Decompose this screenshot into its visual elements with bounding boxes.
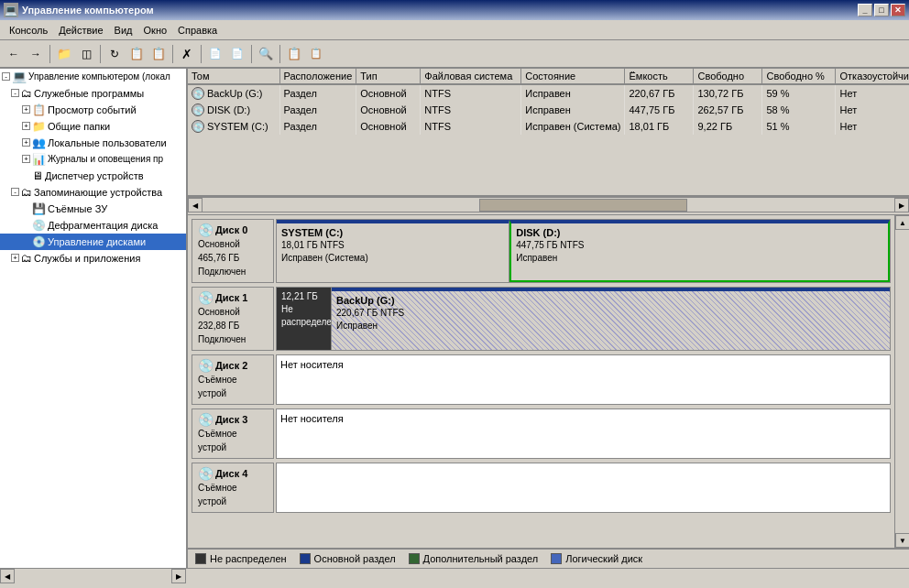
row2-type: Основной bbox=[356, 118, 421, 135]
import-button[interactable]: 📄 bbox=[227, 44, 247, 64]
row0-location: Раздел bbox=[279, 84, 356, 102]
partition-unalloc-1[interactable]: 12,21 ГБ Не распределен bbox=[277, 288, 332, 350]
disk-4-type: Съёмное устрой bbox=[198, 481, 268, 508]
paste-button[interactable]: 📋 bbox=[148, 44, 169, 64]
col-location[interactable]: Расположение bbox=[279, 69, 356, 84]
disk-info-4: 💿 Диск 4 Съёмное устрой bbox=[192, 463, 274, 513]
tree-logs-label: Журналы и оповещения пр bbox=[48, 152, 163, 167]
disk-row-1: 💿 Диск 1 Основной 232,88 ГБ Подключен 12… bbox=[192, 287, 891, 351]
row1-status: Исправен bbox=[521, 102, 625, 118]
legend-logical-label: Логический диск bbox=[565, 553, 642, 564]
copy-button[interactable]: 📋 bbox=[126, 44, 147, 64]
col-capacity[interactable]: Ёмкость bbox=[625, 69, 694, 84]
export-button[interactable]: 📄 bbox=[205, 44, 225, 64]
menu-window[interactable]: Окно bbox=[138, 23, 173, 38]
tree-item-defrag[interactable]: 💿 Дефрагментация диска bbox=[0, 217, 186, 234]
disk-2-type: Съёмное устрой bbox=[198, 373, 268, 400]
maximize-button[interactable]: □ bbox=[874, 4, 889, 16]
row2-status: Исправен (Система) bbox=[521, 118, 625, 135]
partition-backup-g[interactable]: BackUp (G:) 220,67 ГБ NTFS Исправен bbox=[332, 288, 890, 350]
disk-0-type: Основной bbox=[198, 237, 268, 251]
legend-logical-box bbox=[551, 553, 562, 564]
minimize-button[interactable]: _ bbox=[858, 4, 872, 16]
toolbar-sep-3 bbox=[172, 45, 173, 63]
col-free[interactable]: Свободно bbox=[694, 69, 762, 84]
list-hscroll[interactable]: ◀ ▶ bbox=[188, 197, 909, 212]
disk-3-type: Съёмное устрой bbox=[198, 427, 268, 454]
search-button[interactable]: 🔍 bbox=[256, 44, 276, 64]
menu-action[interactable]: Действие bbox=[53, 23, 108, 38]
partition-g-detail: 220,67 ГБ NTFS bbox=[336, 307, 885, 320]
legend-extended: Дополнительный раздел bbox=[409, 553, 539, 564]
hscroll-thumb[interactable] bbox=[479, 199, 687, 212]
tree-item-svcapp[interactable]: + 🗂 Службы и приложения bbox=[0, 250, 186, 267]
folder-button[interactable]: 📁 bbox=[54, 44, 74, 64]
row2-free-pct: 51 % bbox=[762, 118, 836, 135]
toolbar-sep-2 bbox=[100, 45, 101, 63]
table-row[interactable]: 💿 BackUp (G:) Раздел Основной NTFS Испра… bbox=[188, 84, 909, 102]
disk-4-title: 💿 Диск 4 bbox=[198, 467, 268, 481]
legend-basic: Основной раздел bbox=[300, 553, 396, 564]
forward-button[interactable]: → bbox=[26, 44, 46, 64]
left-scroll-left[interactable]: ◀ bbox=[0, 569, 15, 583]
refresh-button[interactable]: ↻ bbox=[104, 44, 125, 64]
partition-system-c[interactable]: SYSTEM (C:) 18,01 ГБ NTFS Исправен (Сист… bbox=[277, 220, 509, 282]
volume-list[interactable]: Том Расположение Тип Файловая система Со… bbox=[188, 69, 909, 197]
table-row[interactable]: 💿 DISK (D:) Раздел Основной NTFS Исправе… bbox=[188, 102, 909, 118]
disk-vscroll[interactable]: ▲ ▼ bbox=[894, 215, 909, 548]
disk-row-0: 💿 Диск 0 Основной 465,76 ГБ Подключен SY… bbox=[192, 219, 891, 283]
row2-fault: Нет bbox=[836, 118, 909, 135]
grid-button[interactable]: ◫ bbox=[76, 44, 96, 64]
back-button[interactable]: ← bbox=[4, 44, 24, 64]
tree-item-logs[interactable]: + 📊 Журналы и оповещения пр bbox=[0, 151, 186, 168]
hscroll-track[interactable] bbox=[203, 198, 894, 212]
disk-view-wrapper: 💿 Диск 0 Основной 465,76 ГБ Подключен SY… bbox=[188, 215, 909, 548]
col-status[interactable]: Состояние bbox=[521, 69, 625, 84]
disk-row-3: 💿 Диск 3 Съёмное устрой Нет носителя bbox=[192, 408, 891, 459]
legend-unalloc: Не распределен bbox=[195, 553, 287, 564]
partition-disk-d[interactable]: DISK (D:) 447,75 ГБ NTFS Исправен bbox=[509, 220, 890, 282]
menu-help[interactable]: Справка bbox=[172, 23, 223, 38]
row2-free: 9,22 ГБ bbox=[694, 118, 762, 135]
help-button[interactable]: 📋 bbox=[284, 44, 304, 64]
menu-console[interactable]: Консоль bbox=[4, 23, 53, 38]
disk-1-type: Основной bbox=[198, 305, 268, 319]
table-row[interactable]: 💿 SYSTEM (C:) Раздел Основной NTFS Испра… bbox=[188, 118, 909, 135]
tree-item-diskmgmt[interactable]: 💿 Управление дисками bbox=[0, 234, 186, 250]
disk-0-partitions: SYSTEM (C:) 18,01 ГБ NTFS Исправен (Сист… bbox=[276, 219, 891, 283]
vscroll-up-btn[interactable]: ▲ bbox=[895, 215, 909, 230]
delete-button[interactable]: ✗ bbox=[177, 44, 197, 64]
props-button[interactable]: 📋 bbox=[306, 44, 326, 64]
col-fault[interactable]: Отказоустойчивость bbox=[836, 69, 909, 84]
tree-item-services[interactable]: - 🗂 Служебные программы bbox=[0, 85, 186, 102]
hscroll-right-btn[interactable]: ▶ bbox=[894, 198, 909, 212]
tree-events-label: Просмотр событий bbox=[48, 103, 137, 117]
col-name[interactable]: Том bbox=[188, 69, 279, 84]
partition-unalloc-size: 12,21 ГБ bbox=[281, 290, 326, 303]
tree-item-events[interactable]: + 📋 Просмотр событий bbox=[0, 102, 186, 118]
tree-item-devmgr[interactable]: 🖥 Диспетчер устройств bbox=[0, 168, 186, 184]
hscroll-left-btn[interactable]: ◀ bbox=[188, 198, 203, 212]
tree-item-removable[interactable]: 💾 Съёмные ЗУ bbox=[0, 201, 186, 217]
tree-root[interactable]: - 💻 Управление компьютером (локал bbox=[0, 69, 186, 85]
tree-item-users[interactable]: + 👥 Локальные пользователи bbox=[0, 135, 186, 151]
col-type[interactable]: Тип bbox=[356, 69, 421, 84]
disk-1-title: 💿 Диск 1 bbox=[198, 291, 268, 305]
row0-name: 💿 BackUp (G:) bbox=[188, 84, 279, 102]
close-button[interactable]: ✕ bbox=[891, 4, 905, 16]
tree-item-storage[interactable]: - 🗂 Запоминающие устройства bbox=[0, 184, 186, 201]
disk-0-title: 💿 Диск 0 bbox=[198, 223, 268, 237]
window-title: Управление компьютером bbox=[22, 5, 154, 16]
partition-g-name: BackUp (G:) bbox=[336, 294, 885, 307]
col-fs[interactable]: Файловая система bbox=[421, 69, 521, 84]
vscroll-track[interactable] bbox=[895, 230, 909, 533]
col-free-pct[interactable]: Свободно % bbox=[762, 69, 836, 84]
vscroll-down-btn[interactable]: ▼ bbox=[895, 533, 909, 548]
partition-d-status: Исправен bbox=[516, 252, 883, 265]
disk-2-empty: Нет носителя bbox=[276, 354, 891, 405]
tree-item-folders[interactable]: + 📁 Общие папки bbox=[0, 118, 186, 135]
left-scroll-right[interactable]: ▶ bbox=[171, 569, 186, 583]
legend-unalloc-box bbox=[195, 553, 206, 564]
menu-view[interactable]: Вид bbox=[109, 23, 138, 38]
row0-type: Основной bbox=[356, 84, 421, 102]
